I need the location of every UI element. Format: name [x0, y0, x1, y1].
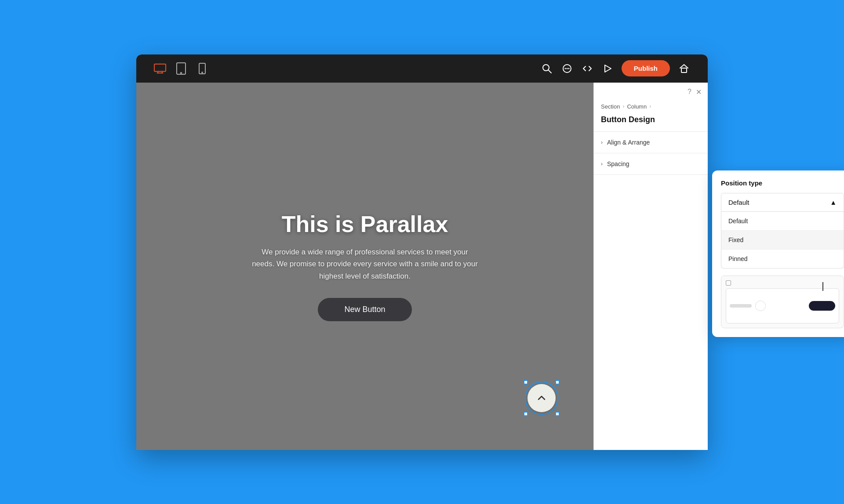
- accordion-spacing: › Spacing: [594, 153, 708, 175]
- svg-line-9: [548, 70, 551, 73]
- scroll-button-container: [525, 381, 558, 415]
- preview-checkbox: [726, 280, 731, 286]
- browser-window: Publish This is Parallax We provide a wi…: [136, 54, 708, 450]
- canvas-title: This is Parallax: [251, 211, 479, 237]
- svg-rect-15: [681, 68, 687, 73]
- accordion-label-spacing: Spacing: [607, 160, 629, 167]
- position-type-label: Position type: [721, 179, 844, 187]
- chevron-up-icon: ▲: [830, 199, 837, 206]
- breadcrumb-sep-2: ›: [649, 103, 651, 109]
- side-panel: ? ✕ Section › Column › Button Design › A…: [593, 83, 708, 450]
- right-tools: Publish: [541, 60, 690, 76]
- handle-top-right[interactable]: [555, 380, 560, 384]
- mobile-icon[interactable]: [196, 64, 208, 73]
- code-icon[interactable]: [581, 62, 593, 75]
- preview-cursor: [822, 282, 823, 291]
- svg-point-12: [566, 68, 568, 69]
- publish-button[interactable]: Publish: [622, 60, 670, 76]
- chevron-align-icon: ›: [601, 139, 603, 145]
- accordion-header-spacing[interactable]: › Spacing: [594, 153, 708, 174]
- preview-bar: [730, 304, 752, 308]
- preview-dark-pill: [809, 301, 835, 311]
- scroll-up-button[interactable]: [528, 384, 556, 412]
- handle-bottom-right[interactable]: [555, 412, 560, 416]
- accordion-label-align: Align & Arrange: [607, 139, 650, 146]
- chevron-spacing-icon: ›: [601, 161, 603, 167]
- play-icon[interactable]: [601, 62, 614, 75]
- svg-rect-0: [154, 64, 166, 71]
- handle-bottom-left[interactable]: [524, 412, 528, 416]
- dropdown-option-pinned[interactable]: Pinned: [721, 250, 844, 268]
- canvas-cta-button[interactable]: New Button: [318, 298, 411, 321]
- svg-point-11: [564, 68, 566, 69]
- preview-content-block: [726, 288, 839, 323]
- main-area: This is Parallax We provide a wide range…: [136, 83, 708, 450]
- device-icons: [154, 64, 208, 73]
- search-icon[interactable]: [541, 62, 553, 75]
- floating-panel: Position type Default ▲ Default Fixed Pi…: [712, 170, 844, 337]
- accordion-align-arrange: › Align & Arrange: [594, 132, 708, 153]
- preview-inner: [721, 276, 844, 328]
- canvas-subtitle: We provide a wide range of professional …: [251, 246, 479, 282]
- svg-marker-14: [605, 65, 611, 72]
- svg-point-5: [181, 72, 182, 73]
- top-bar: Publish: [136, 54, 708, 83]
- accordion-header-align[interactable]: › Align & Arrange: [594, 132, 708, 153]
- breadcrumb-column[interactable]: Column: [627, 103, 647, 110]
- svg-point-7: [202, 72, 203, 73]
- chat-icon[interactable]: [561, 62, 573, 75]
- handle-top-left[interactable]: [524, 380, 528, 384]
- dropdown-selected[interactable]: Default ▲: [721, 193, 844, 212]
- close-button[interactable]: ✕: [696, 88, 702, 96]
- breadcrumb-section[interactable]: Section: [601, 103, 620, 110]
- desktop-icon[interactable]: [154, 64, 166, 73]
- canvas-area: This is Parallax We provide a wide range…: [136, 83, 593, 450]
- breadcrumb: Section › Column ›: [594, 102, 708, 115]
- panel-top-bar: ? ✕: [594, 83, 708, 102]
- svg-point-13: [568, 68, 569, 69]
- dropdown-option-fixed[interactable]: Fixed: [721, 231, 844, 250]
- home-icon[interactable]: [678, 62, 690, 75]
- dropdown-list: Default Fixed Pinned: [721, 212, 844, 268]
- dropdown-option-default[interactable]: Default: [721, 212, 844, 231]
- help-button[interactable]: ?: [688, 88, 691, 96]
- breadcrumb-sep-1: ›: [622, 103, 624, 109]
- tablet-icon[interactable]: [175, 64, 187, 73]
- dropdown-selected-value: Default: [728, 199, 749, 206]
- preview-circle: [755, 301, 766, 311]
- selection-box: [525, 381, 558, 415]
- canvas-content: This is Parallax We provide a wide range…: [215, 211, 514, 321]
- panel-title: Button Design: [594, 115, 708, 131]
- preview-box: [721, 276, 844, 328]
